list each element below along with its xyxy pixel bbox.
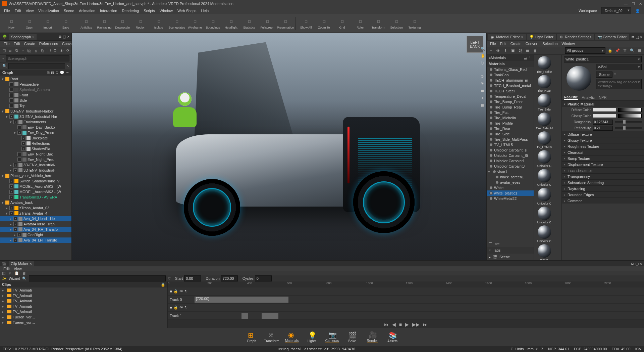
- mat-menu-edit[interactable]: Edit: [499, 41, 508, 46]
- section-displacement-texture[interactable]: Displacement Texture: [562, 161, 644, 167]
- tag-input[interactable]: <enter new tag or select existing>: [596, 79, 642, 89]
- material-item[interactable]: TECH_Brushed_metal: [487, 83, 534, 88]
- close-icon[interactable]: ×: [32, 35, 34, 39]
- mute-icon[interactable]: ■: [170, 289, 172, 294]
- node-icon[interactable]: ◫: [2, 48, 6, 53]
- visibility-checkbox[interactable]: [13, 238, 17, 242]
- menu-file[interactable]: File: [2, 8, 12, 13]
- filter-icon[interactable]: ▽: [622, 48, 628, 53]
- menu-webshops[interactable]: Web Shops: [175, 8, 199, 13]
- vp-add-icon[interactable]: ＋: [481, 95, 485, 100]
- visibility-checkbox[interactable]: [9, 184, 13, 188]
- diffuse-value-swatch[interactable]: [618, 108, 642, 112]
- clip-tab[interactable]: Clip Maker×: [9, 261, 34, 266]
- clip-item[interactable]: ▸TV_Animati: [0, 288, 167, 293]
- material-item[interactable]: Tire_Side_MultiPass: [487, 137, 534, 142]
- tree-node[interactable]: ▾Avatars_back: [0, 200, 71, 205]
- undock-icon[interactable]: ⧉: [59, 35, 61, 39]
- tree-node[interactable]: ▾Root: [0, 76, 71, 82]
- tree-node[interactable]: Side: [0, 98, 71, 103]
- visibility-checkbox[interactable]: [13, 168, 17, 172]
- eye-icon[interactable]: 👁: [179, 289, 183, 294]
- tab-camera-editor[interactable]: 📷Camera Editor: [595, 34, 629, 40]
- close-icon[interactable]: ✕: [639, 2, 642, 6]
- view-icon[interactable]: 👁: [495, 48, 501, 53]
- material-item[interactable]: Tire_Bump_Rear: [487, 104, 534, 110]
- reflectivity-slider[interactable]: [615, 127, 642, 129]
- search-icon[interactable]: 🔍: [630, 48, 635, 53]
- material-sphere[interactable]: TV_HTML5: [535, 131, 553, 149]
- section-incandescence[interactable]: Incandescence: [562, 167, 644, 173]
- tool-raytracing[interactable]: ◻Raytracing: [96, 18, 112, 29]
- list-icon[interactable]: ☰: [525, 48, 530, 53]
- material-sphere[interactable]: Tire_Rear: [535, 75, 553, 92]
- visibility-checkbox[interactable]: [13, 163, 17, 167]
- tree-node[interactable]: ▸Ava_04_Head - He: [0, 216, 71, 221]
- collapse-all-icon[interactable]: ⊟: [51, 71, 54, 75]
- tree-node[interactable]: Backplate: [0, 135, 71, 141]
- visibility-checkbox[interactable]: [17, 233, 21, 237]
- tool-grid[interactable]: ◻Grid: [334, 18, 350, 29]
- visibility-checkbox[interactable]: [9, 104, 13, 108]
- paste-icon[interactable]: 📋: [14, 271, 19, 275]
- tree-node[interactable]: ▸zTrans_Avatar_03: [0, 205, 71, 211]
- scene-tag[interactable]: Scene: [499, 255, 510, 259]
- diffuse-swatch[interactable]: [593, 108, 616, 112]
- tree-node[interactable]: ▸3D-ENV_Industrial-: [0, 168, 71, 173]
- tool-ruler[interactable]: ◻Ruler: [352, 18, 368, 29]
- materials-list[interactable]: Taillens_Glass_RedTankCapTECH_aluminium_…: [487, 67, 534, 241]
- clip-search[interactable]: [29, 275, 166, 281]
- scenegraph-search[interactable]: [6, 55, 69, 61]
- materials-group-hdr[interactable]: Materials: [489, 62, 505, 66]
- visibility-checkbox[interactable]: [21, 141, 25, 145]
- material-item[interactable]: Tire_Bump_Front: [487, 99, 534, 104]
- menu-visualization[interactable]: Visualization: [36, 8, 61, 13]
- roughness-input[interactable]: [593, 120, 613, 125]
- scenegraph-tab[interactable]: Scenegraph×: [9, 34, 37, 40]
- tab-light-editor[interactable]: 💡Light Editor: [527, 34, 556, 40]
- cursor-icon[interactable]: ↖: [66, 64, 69, 68]
- link-icon[interactable]: ⎌: [34, 48, 38, 53]
- tool-antialias[interactable]: ◻Antialias: [78, 18, 94, 29]
- visibility-checkbox[interactable]: [17, 131, 21, 135]
- tool-statistics[interactable]: ◻Statistics: [241, 18, 257, 29]
- goto-start-icon[interactable]: ⏮: [384, 322, 389, 327]
- mat-menu-selection[interactable]: Selection: [541, 41, 559, 46]
- tool-open[interactable]: ◻Open: [21, 18, 38, 29]
- visibility-checkbox[interactable]: [13, 222, 17, 226]
- tree-node[interactable]: Front: [0, 92, 71, 98]
- tree-node[interactable]: ▾zTrans_Avatar_4: [0, 211, 71, 216]
- asset-icon[interactable]: ⿸: [47, 48, 51, 53]
- material-item[interactable]: avatar_eyes: [487, 180, 534, 185]
- menu-help[interactable]: Help: [199, 8, 211, 13]
- visibility-checkbox[interactable]: [9, 179, 13, 183]
- viewport[interactable]: LEFTBACK 🔍 ✋ ⭮ ⛶ ⊙ ☀ ☰ ＋ ▦: [72, 33, 486, 261]
- eye-icon[interactable]: 👁: [179, 305, 183, 310]
- workspace-dropdown[interactable]: Default_02: [601, 7, 631, 14]
- material-item[interactable]: white_plastic1: [487, 190, 534, 196]
- lock-icon[interactable]: 🔒: [607, 48, 613, 53]
- step-back-icon[interactable]: ◀: [392, 322, 396, 327]
- chevron-right-icon[interactable]: ▸: [489, 255, 491, 259]
- section-diffuse-texture[interactable]: Diffuse Texture: [562, 131, 644, 137]
- menu-scene[interactable]: Scene: [62, 8, 76, 13]
- add-mat-icon[interactable]: ＋: [488, 48, 493, 53]
- menu-scripts[interactable]: Scripts: [142, 8, 157, 13]
- material-item[interactable]: Unicolor Carpaint1: [487, 158, 534, 164]
- tool-import[interactable]: ◻Import: [40, 18, 56, 29]
- cycles-input[interactable]: [255, 275, 272, 281]
- lock-icon[interactable]: 🔒: [173, 305, 178, 310]
- material-item[interactable]: White: [487, 185, 534, 190]
- material-item[interactable]: TECH_aluminium_m: [487, 78, 534, 83]
- wand-icon[interactable]: ✨: [2, 276, 7, 281]
- scene-button[interactable]: Scene: [596, 72, 612, 78]
- tool-transform[interactable]: ◻Transform: [370, 18, 386, 29]
- tab-analytic[interactable]: Analytic: [582, 95, 595, 99]
- visibility-checkbox[interactable]: [13, 120, 17, 124]
- section-rounded-edges[interactable]: Rounded Edges: [562, 191, 644, 197]
- tree-node[interactable]: Top: [0, 103, 71, 108]
- undock-icon[interactable]: ⧉: [632, 35, 634, 39]
- copy-icon[interactable]: ⎘: [9, 271, 11, 275]
- material-item[interactable]: Unicolor Carpaint_St: [487, 153, 534, 158]
- section-glossy-texture[interactable]: Glossy Texture: [562, 137, 644, 143]
